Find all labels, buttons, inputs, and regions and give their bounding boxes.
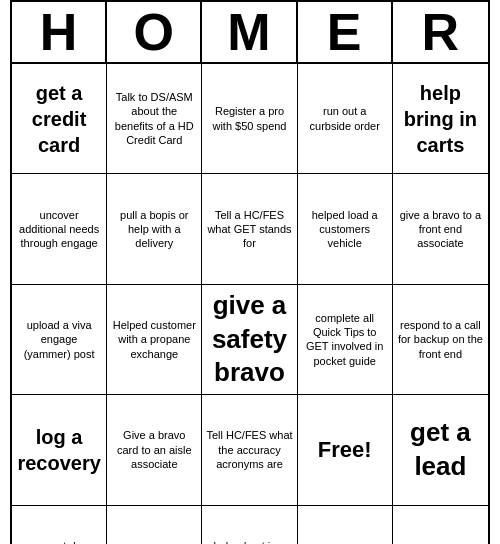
bingo-cell-1: Talk to DS/ASM about the benefits of a H… [107, 64, 202, 174]
bingo-cell-4: help bring in carts [393, 64, 488, 174]
bingo-cell-16: Give a bravo card to an aisle associate [107, 395, 202, 505]
bingo-cell-9: give a bravo to a front end associate [393, 174, 488, 284]
header-e: E [298, 2, 393, 62]
bingo-cell-21: repsond to a loading request [107, 506, 202, 544]
bingo-cell-18: Free! [298, 395, 393, 505]
bingo-card: H O M E R get a credit cardTalk to DS/AS… [10, 0, 490, 544]
header-r: R [393, 2, 488, 62]
bingo-cell-17: Tell HC/FES what the accuracy acronyms a… [202, 395, 297, 505]
bingo-cell-12: give a safety bravo [202, 285, 297, 395]
bingo-cell-19: get a lead [393, 395, 488, 505]
bingo-cell-14: respond to a call for backup on the fron… [393, 285, 488, 395]
bingo-cell-3: run out a curbside order [298, 64, 393, 174]
bingo-cell-15: log a recovery [12, 395, 107, 505]
header-h: H [12, 2, 107, 62]
bingo-cell-7: Tell a HC/FES what GET stands for [202, 174, 297, 284]
bingo-cell-10: upload a viva engage (yammer) post [12, 285, 107, 395]
bingo-cell-8: helped load a customers vehicle [298, 174, 393, 284]
bingo-cell-22: helped out in a different department [202, 506, 297, 544]
bingo-cell-6: pull a bopis or help with a delivery [107, 174, 202, 284]
bingo-cell-24: add an item to a customers cart [393, 506, 488, 544]
bingo-header: H O M E R [12, 2, 488, 64]
bingo-cell-11: Helped customer with a propane exchange [107, 285, 202, 395]
bingo-cell-0: get a credit card [12, 64, 107, 174]
bingo-cell-20: no past due training in knowledge depot [12, 506, 107, 544]
bingo-cell-23: help out a coworker [298, 506, 393, 544]
bingo-cell-13: complete all Quick Tips to GET involved … [298, 285, 393, 395]
bingo-cell-2: Register a pro with $50 spend [202, 64, 297, 174]
bingo-cell-5: uncover additional needs through engage [12, 174, 107, 284]
header-m: M [202, 2, 297, 62]
bingo-grid: get a credit cardTalk to DS/ASM about th… [12, 64, 488, 544]
header-o: O [107, 2, 202, 62]
